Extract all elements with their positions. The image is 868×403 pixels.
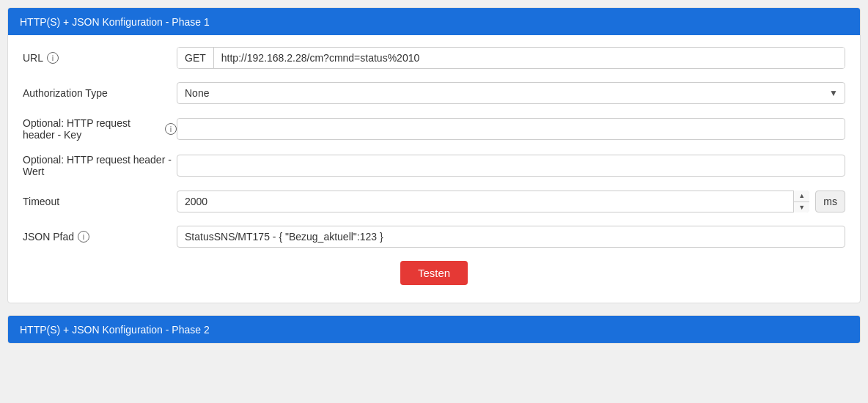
timeout-wrapper: ▲ ▼ ms	[177, 191, 845, 212]
url-input[interactable]	[214, 48, 845, 68]
url-method-badge: GET	[177, 48, 214, 68]
json-path-input[interactable]	[177, 226, 845, 248]
phase1-body: URL i GET Authorization Type None Basic …	[8, 35, 860, 303]
phase2-card: HTTP(S) + JSON Konfiguration - Phase 2	[7, 315, 861, 344]
json-path-info-icon[interactable]: i	[78, 231, 89, 243]
url-info-icon[interactable]: i	[47, 52, 59, 64]
phase1-title: HTTP(S) + JSON Konfiguration - Phase 1	[20, 16, 210, 28]
timeout-increment-button[interactable]: ▲	[794, 191, 809, 202]
phase2-title: HTTP(S) + JSON Konfiguration - Phase 2	[20, 324, 210, 336]
timeout-unit: ms	[815, 191, 845, 212]
header-key-input[interactable]	[177, 118, 845, 140]
header-value-label: Optional: HTTP request header - Wert	[23, 154, 177, 177]
json-path-label: JSON Pfad i	[23, 231, 177, 243]
auth-row: Authorization Type None Basic Auth Beare…	[23, 82, 845, 104]
url-row: URL i GET	[23, 47, 845, 69]
auth-label: Authorization Type	[23, 87, 177, 99]
url-label: URL i	[23, 52, 177, 64]
header-value-input[interactable]	[177, 155, 845, 177]
timeout-input-wrap: ▲ ▼	[177, 191, 809, 212]
timeout-input[interactable]	[177, 191, 809, 212]
header-key-info-icon[interactable]: i	[165, 123, 177, 135]
auth-select-wrapper: None Basic Auth Bearer Token ▼	[177, 82, 845, 104]
test-button-row: Testen	[23, 261, 845, 285]
timeout-label: Timeout	[23, 196, 177, 207]
header-value-row: Optional: HTTP request header - Wert	[23, 154, 845, 177]
json-path-row: JSON Pfad i	[23, 226, 845, 248]
phase1-header: HTTP(S) + JSON Konfiguration - Phase 1	[8, 8, 860, 35]
timeout-decrement-button[interactable]: ▼	[794, 202, 809, 213]
timeout-spinners: ▲ ▼	[793, 191, 809, 212]
phase1-card: HTTP(S) + JSON Konfiguration - Phase 1 U…	[7, 7, 861, 303]
auth-select[interactable]: None Basic Auth Bearer Token	[177, 82, 845, 104]
header-key-row: Optional: HTTP request header - Key i	[23, 117, 845, 141]
timeout-row: Timeout ▲ ▼ ms	[23, 191, 845, 212]
url-input-wrapper: GET	[177, 47, 845, 69]
phase2-header: HTTP(S) + JSON Konfiguration - Phase 2	[8, 316, 860, 343]
test-button[interactable]: Testen	[400, 261, 468, 285]
header-key-label: Optional: HTTP request header - Key i	[23, 117, 177, 141]
